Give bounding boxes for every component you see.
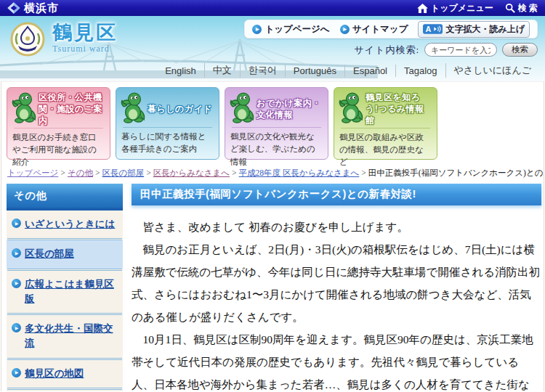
text-enlarge-readaloud-button[interactable]: A 文字拡大・読み上げ bbox=[418, 21, 530, 38]
lang-spanish[interactable]: Español bbox=[344, 65, 395, 77]
divider bbox=[14, 128, 103, 128]
yokohama-emblem-icon bbox=[7, 2, 20, 14]
language-bar: English 中文 한국어 Português Español Tagalog… bbox=[157, 63, 539, 78]
lang-easy-japanese[interactable]: やさしいにほんご bbox=[445, 63, 539, 78]
text-enlarge-readaloud-label: 文字拡大・読み上げ bbox=[445, 23, 525, 36]
article-paragraph: 皆さま、改めまして 初春のお慶びを申し上げます。 bbox=[132, 216, 540, 238]
sidebar-item-emergency[interactable]: いざというときには bbox=[7, 211, 123, 238]
ward-crest-logo bbox=[10, 22, 45, 57]
mascot-icon bbox=[230, 91, 254, 126]
ward-name: 鶴見区 bbox=[52, 22, 118, 44]
arrow-circle-icon bbox=[12, 368, 21, 377]
lang-english[interactable]: English bbox=[157, 65, 204, 77]
site-search-label: サイト内検索: bbox=[354, 44, 419, 57]
site-search-input[interactable] bbox=[424, 43, 497, 57]
home-icon bbox=[417, 4, 428, 13]
page-body: 区役所・公共機関・施設のご案内 鶴見区のお手続き窓口やご利用可能な施設の紹介 bbox=[1, 81, 544, 391]
mascot-icon bbox=[12, 91, 36, 126]
divider bbox=[232, 127, 321, 128]
article-title: 田中正義投手(福岡ソフトバンクホークス)との新春対談! bbox=[132, 184, 541, 205]
content-area: その他 いざというときには 区長の部屋 広報よこはま鶴見区版 多文化共生・国際交… bbox=[1, 182, 544, 391]
article-paragraph: 10月1日、鶴見区は区制90周年を迎えます。鶴見区90年の歴史は、京浜工業地帯そ… bbox=[132, 328, 540, 391]
nav-box-description: 鶴見区の取組みや区政の情報、鶴見の歴史など bbox=[339, 131, 432, 170]
article-body: 皆さま、改めまして 初春のお慶びを申し上げます。 鶴見のお正月といえば、2日(月… bbox=[132, 216, 541, 391]
banner-toolbar: トップページへ サイトマップ A 文字拡大・読み上げ bbox=[244, 20, 538, 38]
text-size-speaker-icon: A bbox=[423, 24, 443, 34]
city-name: 横浜市 bbox=[24, 1, 59, 15]
global-search-button[interactable]: 検 索 bbox=[505, 2, 538, 15]
sidebar-item-ward-map[interactable]: 鶴見区の地図 bbox=[7, 360, 123, 388]
sidebar-item-mayor-room[interactable]: 区長の部屋 bbox=[7, 240, 123, 268]
lang-chinese[interactable]: 中文 bbox=[204, 63, 240, 78]
to-top-page-link[interactable]: トップページへ bbox=[252, 23, 329, 36]
nav-box-title: 区役所・公共機関・施設のご案内 bbox=[39, 91, 105, 127]
lang-korean[interactable]: 한국어 bbox=[240, 63, 285, 78]
site-search: サイト内検索: 検索 bbox=[354, 43, 538, 57]
mascot-icon bbox=[121, 91, 145, 126]
sidebar-item-koho-yokohama[interactable]: 広報よこはま鶴見区版 bbox=[7, 271, 123, 314]
article-paragraph: 鶴見のお正月といえば、2日(月)・3日(火)の箱根駅伝をはじめ、7日(土)には横… bbox=[132, 238, 540, 328]
nav-box-description: 鶴見区の文化や観光など楽しむ、学ぶための情報 bbox=[230, 130, 323, 169]
ward-identity[interactable]: 鶴見区 Tsurumi ward bbox=[10, 22, 118, 57]
divider bbox=[341, 128, 430, 128]
lang-portuguese[interactable]: Português bbox=[285, 65, 344, 77]
arrow-circle-icon bbox=[12, 248, 21, 258]
search-icon bbox=[505, 3, 515, 13]
breadcrumb-mayor-room[interactable]: 区長の部屋 bbox=[102, 168, 144, 177]
nav-box-description: 鶴見区のお手続き窓口やご利用可能な施設の紹介 bbox=[12, 131, 105, 170]
sidebar-item-press-release[interactable]: 記者発表資料 bbox=[7, 390, 123, 391]
site-search-button[interactable]: 検索 bbox=[502, 43, 538, 57]
arrow-circle-icon bbox=[12, 219, 21, 228]
nav-box-description: 暮らしに関する情報と各種手続きのご案内 bbox=[121, 130, 214, 157]
article: 田中正義投手(福岡ソフトバンクホークス)との新春対談! 皆さま、改めまして 初春… bbox=[132, 184, 541, 391]
sitemap-label: サイトマップ bbox=[352, 23, 408, 36]
divider bbox=[123, 127, 212, 128]
sidebar-item-label: 多文化共生・国際交流 bbox=[25, 322, 118, 351]
svg-text:A: A bbox=[426, 25, 432, 33]
breadcrumb-separator: > bbox=[232, 168, 237, 177]
sidebar-item-label: いざというときには bbox=[25, 217, 115, 232]
top-menu-label: トップメニュー bbox=[431, 2, 493, 15]
breadcrumb-h28-from-mayor[interactable]: 平成28年度 区長からみなさまへ bbox=[239, 168, 360, 177]
sidebar: その他 いざというときには 区長の部屋 広報よこはま鶴見区版 多文化共生・国際交… bbox=[7, 184, 123, 391]
breadcrumb-separator: > bbox=[95, 168, 100, 177]
arrow-circle-icon bbox=[12, 279, 21, 288]
global-search-label: 検 索 bbox=[518, 2, 538, 15]
city-top-bar: 横浜市 トップメニュー 検 索 bbox=[0, 0, 545, 16]
ward-banner: 鶴見区 Tsurumi ward トップページへ サイトマップ A 文字拡大・読… bbox=[0, 16, 545, 81]
ward-name-english: Tsurumi ward bbox=[52, 44, 118, 54]
lang-tagalog[interactable]: Tagalog bbox=[395, 65, 445, 77]
yokohama-city-home-link[interactable]: 横浜市 bbox=[7, 1, 59, 15]
sitemap-link[interactable]: サイトマップ bbox=[340, 23, 408, 36]
to-top-page-label: トップページへ bbox=[265, 23, 329, 36]
category-nav-boxes: 区役所・公共機関・施設のご案内 鶴見区のお手続き窓口やご利用可能な施設の紹介 bbox=[1, 82, 544, 165]
nav-box-living-guide[interactable]: 暮らしのガイド 暮らしに関する情報と各種手続きのご案内 bbox=[116, 87, 219, 160]
sidebar-item-label: 鶴見区の地図 bbox=[25, 367, 84, 381]
breadcrumb-separator: > bbox=[60, 168, 65, 177]
breadcrumb-top-page[interactable]: トップページ bbox=[7, 168, 58, 177]
breadcrumb-separator: > bbox=[361, 168, 366, 177]
arrow-circle-icon bbox=[252, 25, 262, 34]
nav-box-facilities[interactable]: 区役所・公共機関・施設のご案内 鶴見区のお手続き窓口やご利用可能な施設の紹介 bbox=[7, 87, 110, 160]
sidebar-item-label: 広報よこはま鶴見区版 bbox=[25, 277, 118, 307]
sidebar-item-multicultural[interactable]: 多文化共生・国際交流 bbox=[7, 315, 123, 358]
sidebar-header: その他 bbox=[7, 184, 123, 211]
breadcrumb-from-mayor[interactable]: 区長からみなさまへ bbox=[153, 168, 230, 177]
breadcrumb-current-page: 田中正義投手(福岡ソフトバンクホークス)との新春対談! bbox=[368, 168, 544, 177]
nav-box-title: おでかけ案内・文化情報 bbox=[257, 97, 323, 121]
sidebar-item-label: 区長の部屋 bbox=[25, 247, 74, 261]
breadcrumb-others[interactable]: その他 bbox=[68, 168, 93, 177]
arrow-circle-icon bbox=[340, 25, 350, 34]
top-menu-button[interactable]: トップメニュー bbox=[417, 2, 493, 15]
nav-box-know-tsurumi[interactable]: 鶴見区を知ろう!つるみ情報館 鶴見区の取組みや区政の情報、鶴見の歴史など bbox=[334, 87, 437, 160]
nav-box-outing-culture[interactable]: おでかけ案内・文化情報 鶴見区の文化や観光など楽しむ、学ぶための情報 bbox=[225, 87, 328, 160]
nav-box-title: 暮らしのガイド bbox=[148, 103, 212, 115]
nav-box-title: 鶴見区を知ろう!つるみ情報館 bbox=[366, 91, 432, 127]
arrow-circle-icon bbox=[12, 323, 21, 332]
breadcrumb-separator: > bbox=[146, 168, 151, 177]
mascot-icon bbox=[339, 91, 363, 126]
